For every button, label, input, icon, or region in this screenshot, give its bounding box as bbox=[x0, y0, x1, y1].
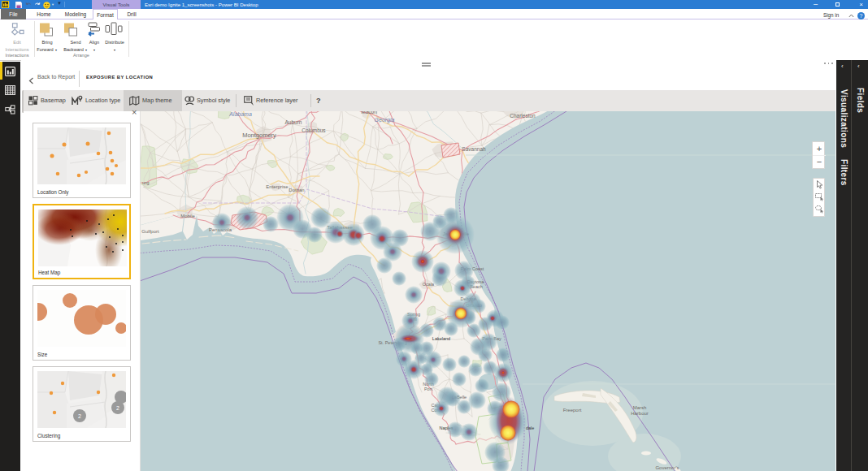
svg-text:Dothan: Dothan bbox=[289, 188, 304, 192]
svg-text:Lakeland: Lakeland bbox=[432, 336, 450, 341]
svg-text:Governor's: Governor's bbox=[655, 465, 679, 470]
svg-text:2: 2 bbox=[116, 405, 119, 411]
svg-text:Auburn: Auburn bbox=[285, 119, 302, 125]
svg-text:2: 2 bbox=[78, 413, 81, 419]
svg-text:Freeport: Freeport bbox=[563, 408, 582, 413]
svg-text:Marsh: Marsh bbox=[633, 405, 647, 410]
svg-text:Savannah: Savannah bbox=[462, 146, 486, 152]
svg-text:Georgia: Georgia bbox=[375, 117, 395, 123]
svg-text:Port: Port bbox=[424, 387, 433, 391]
svg-text:Pine Mountain: Pine Mountain bbox=[302, 111, 333, 112]
svg-text:Columbus: Columbus bbox=[302, 127, 326, 133]
svg-text:dale: dale bbox=[526, 426, 534, 430]
svg-text:Charleston: Charleston bbox=[510, 113, 536, 119]
svg-text:urg: urg bbox=[142, 180, 150, 185]
svg-text:Mobile: Mobile bbox=[180, 214, 195, 218]
svg-text:Harbour: Harbour bbox=[631, 411, 649, 416]
svg-text:Macon: Macon bbox=[361, 111, 377, 115]
svg-text:Montgomery: Montgomery bbox=[242, 132, 276, 139]
svg-text:Gulfport: Gulfport bbox=[141, 229, 159, 234]
svg-text:Enterprise: Enterprise bbox=[266, 184, 289, 189]
svg-text:Alabama: Alabama bbox=[228, 111, 252, 117]
